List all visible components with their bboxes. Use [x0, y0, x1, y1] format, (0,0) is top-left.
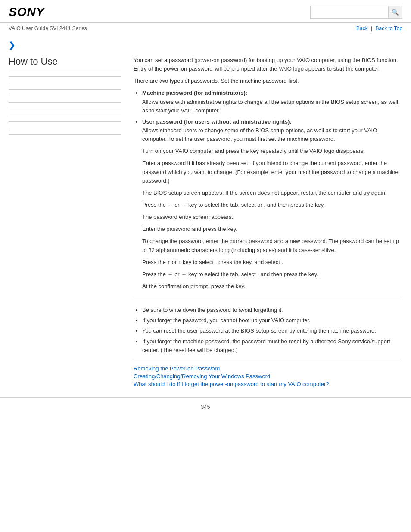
step3-block: The BIOS setup screen appears. If the sc… — [142, 189, 402, 197]
intro-para-2: There are two types of passwords. Set th… — [134, 77, 402, 85]
note-item-4: If you forget the machine password, the … — [142, 337, 402, 355]
page-number: 345 — [0, 397, 411, 414]
step2-text: Enter a password if it has already been … — [142, 159, 402, 185]
step5-block: Enter the password and press the key. — [142, 225, 402, 233]
step7-text: Press the ↑ or ↓ key to select , press t… — [142, 258, 402, 267]
password-types-list: Machine password (for administrators): A… — [142, 89, 402, 143]
guide-title: VAIO User Guide SVL2411 Series — [9, 25, 87, 31]
bullet2-title: User password (for users without adminis… — [142, 118, 292, 125]
step2-block: Enter a password if it has already been … — [142, 159, 402, 185]
sidebar-line-2 — [9, 83, 121, 83]
link-windows-password[interactable]: Creating/Changing/Removing Your Windows … — [134, 373, 402, 380]
note-item-3: You can reset the user password at the B… — [142, 327, 402, 335]
step6-text: To change the password, enter the curren… — [142, 237, 402, 254]
notes-list: Be sure to write down the password to av… — [142, 306, 402, 355]
bullet1-body: Allows users with administrative rights … — [142, 99, 398, 114]
bullet1-title: Machine password (for administrators): — [142, 90, 247, 96]
breadcrumb-arrow: ❯ — [9, 41, 15, 50]
step4-text: Press the ← or → key to select the tab, … — [142, 201, 402, 209]
notes-section: Be sure to write down the password to av… — [134, 298, 402, 355]
sidebar-line-3 — [9, 89, 121, 90]
step1-block: Turn on your VAIO computer and press the… — [142, 147, 402, 156]
back-to-top-link[interactable]: Back to Top — [376, 25, 402, 31]
sidebar-line-5 — [9, 102, 121, 103]
step6-block: To change the password, enter the curren… — [142, 237, 402, 254]
intro-para-1: You can set a password (power-on passwor… — [134, 56, 402, 73]
header: SONY 🔍 — [0, 0, 411, 23]
nav-links: Back | Back to Top — [356, 25, 402, 31]
sidebar-line-8 — [9, 121, 121, 122]
step7-block: Press the ↑ or ↓ key to select , press t… — [142, 258, 402, 267]
link-removing-password[interactable]: Removing the Power-on Password — [134, 365, 402, 372]
bullet2-body: Allows standard users to change some of … — [142, 127, 377, 142]
sidebar-line-6 — [9, 109, 121, 109]
sidebar-line-1 — [9, 76, 121, 77]
breadcrumb-area: ❯ — [0, 34, 411, 52]
note-item-1: Be sure to write down the password to av… — [142, 306, 402, 314]
sidebar-title: How to Use — [9, 56, 121, 70]
content-area: You can set a password (power-on passwor… — [129, 52, 402, 393]
sidebar-line-10 — [9, 134, 121, 135]
bullet-machine-password: Machine password (for administrators): A… — [142, 89, 402, 115]
sidebar-line-9 — [9, 128, 121, 128]
bullet-user-password: User password (for users without adminis… — [142, 118, 402, 143]
search-input[interactable] — [311, 6, 388, 18]
nav-separator: | — [371, 25, 372, 31]
step5-text: Enter the password and press the key. — [142, 225, 402, 233]
step4b-text: The password entry screen appears. — [142, 213, 402, 221]
step9-block: At the confirmation prompt, press the ke… — [142, 282, 402, 291]
note-item-2: If you forget the password, you cannot b… — [142, 316, 402, 325]
step8-text: Press the ← or → key to select the tab, … — [142, 270, 402, 279]
search-button[interactable]: 🔍 — [388, 6, 402, 18]
sidebar-line-4 — [9, 96, 121, 96]
search-box: 🔍 — [310, 6, 402, 19]
back-link[interactable]: Back — [356, 25, 368, 31]
sidebar: How to Use — [9, 52, 129, 393]
footer-links: Removing the Power-on Password Creating/… — [134, 361, 402, 393]
search-icon: 🔍 — [392, 9, 399, 16]
step9-text: At the confirmation prompt, press the ke… — [142, 282, 402, 291]
nav-bar: VAIO User Guide SVL2411 Series Back | Ba… — [0, 23, 411, 34]
step3-text: The BIOS setup screen appears. If the sc… — [142, 189, 402, 197]
step8-block: Press the ← or → key to select the tab, … — [142, 270, 402, 279]
sidebar-line-7 — [9, 115, 121, 115]
step1-text: Turn on your VAIO computer and press the… — [142, 147, 402, 156]
step4-block: Press the ← or → key to select the tab, … — [142, 201, 402, 221]
main-layout: How to Use You can set a password (power… — [0, 52, 411, 393]
sony-logo: SONY — [9, 5, 44, 19]
link-forgot-password[interactable]: What should I do if I forget the power-o… — [134, 381, 402, 387]
